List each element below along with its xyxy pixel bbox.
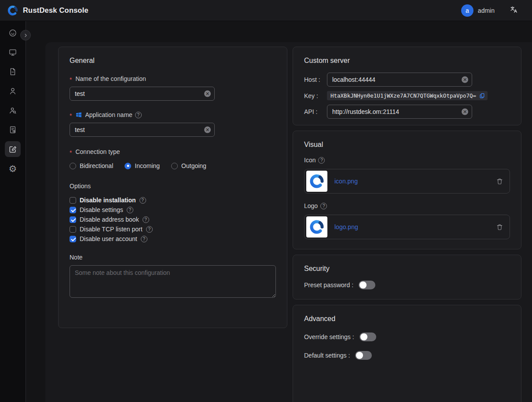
logo-file-link[interactable]: logo.png [334, 223, 358, 230]
document-search-icon [8, 125, 17, 134]
general-title: General [70, 57, 276, 65]
app-name-input[interactable] [70, 123, 215, 137]
preset-password-toggle[interactable] [359, 281, 375, 289]
security-title: Security [304, 265, 510, 273]
radio-dot[interactable] [125, 163, 131, 169]
advanced-panel: Advanced Override settings : Default set… [293, 305, 521, 402]
translate-icon[interactable] [510, 5, 518, 15]
copy-icon[interactable] [479, 92, 485, 99]
radio-outgoing[interactable]: Outgoing [171, 162, 206, 169]
sidebar-item-users[interactable] [5, 83, 21, 99]
clear-input-icon[interactable]: ✕ [462, 77, 468, 83]
default-settings-toggle[interactable] [355, 351, 372, 360]
checkbox-disable-user-account[interactable]: Disable user account ? [70, 235, 276, 242]
visual-panel: Visual Icon ? icon.png [293, 131, 521, 249]
visual-title: Visual [304, 141, 510, 149]
api-label: API : [304, 108, 327, 115]
help-icon[interactable]: ? [143, 216, 149, 223]
checkbox-box[interactable] [70, 226, 76, 233]
preset-password-label: Preset password : [304, 281, 353, 289]
note-textarea[interactable] [70, 265, 276, 298]
trash-icon[interactable] [496, 223, 503, 231]
icon-file-link[interactable]: icon.png [334, 178, 358, 185]
sidebar-item-devices[interactable] [5, 44, 21, 60]
sidebar-item-custom-client[interactable] [5, 141, 21, 157]
radio-bidirectional[interactable]: Bidirectional [70, 162, 113, 169]
icon-upload-box: icon.png [304, 169, 510, 194]
options-list: Disable installation ? Disable settings … [70, 197, 276, 242]
document-icon [8, 67, 17, 76]
host-input[interactable] [327, 73, 472, 87]
radio-dot[interactable] [171, 163, 178, 169]
user-icon [8, 87, 17, 95]
advanced-title: Advanced [304, 315, 510, 323]
config-name-label: Name of the configuration [70, 75, 276, 82]
note-label: Note [70, 254, 276, 261]
default-settings-label: Default settings : [304, 352, 350, 359]
edit-icon [8, 145, 17, 153]
api-input[interactable] [327, 105, 472, 119]
checkbox-box[interactable] [70, 216, 76, 223]
sidebar-item-settings[interactable]: ⚙ [5, 161, 21, 176]
checkbox-disable-installation[interactable]: Disable installation ? [70, 197, 276, 204]
sidebar-expand-button[interactable] [20, 30, 31, 40]
custom-server-panel: Custom server Host : ✕ Key : HtaXBkJNHyn… [293, 47, 521, 125]
app-title: RustDesk Console [23, 6, 88, 15]
sidebar-item-dashboard[interactable] [5, 25, 21, 41]
checkbox-box[interactable] [70, 197, 76, 204]
radio-incoming[interactable]: Incoming [125, 162, 160, 169]
config-name-input[interactable] [70, 87, 215, 101]
user-search-icon [8, 106, 17, 115]
monitor-icon [8, 48, 17, 57]
windows-logo-icon [75, 111, 82, 118]
connection-type-group: Bidirectional Incoming Outgoing [70, 162, 276, 169]
help-icon[interactable]: ? [146, 226, 153, 233]
brand: RustDesk Console [7, 5, 88, 16]
rustdesk-logo-icon [7, 5, 18, 16]
help-icon[interactable]: ? [135, 112, 142, 118]
options-label: Options [70, 183, 276, 190]
app-name-label: Application name ? [70, 111, 276, 118]
security-panel: Security Preset password : [293, 255, 521, 300]
sidebar-item-documents[interactable] [5, 64, 21, 80]
custom-server-title: Custom server [304, 57, 510, 65]
override-settings-label: Override settings : [304, 333, 354, 340]
clear-input-icon[interactable]: ✕ [204, 91, 211, 97]
chevron-right-icon [23, 33, 28, 38]
checkbox-disable-settings[interactable]: Disable settings ? [70, 206, 276, 213]
help-icon[interactable]: ? [127, 207, 133, 213]
logo-upload-box: logo.png [304, 215, 510, 239]
sidebar-item-user-search[interactable] [5, 102, 21, 118]
sidebar: ⚙ [0, 21, 26, 402]
general-panel: General Name of the configuration ✕ Appl… [58, 47, 287, 328]
gear-icon: ⚙ [9, 164, 17, 173]
checkbox-box[interactable] [70, 207, 76, 213]
avatar[interactable]: a [461, 4, 473, 17]
main-content: General Name of the configuration ✕ Appl… [45, 42, 532, 402]
help-icon[interactable]: ? [320, 203, 327, 209]
checkbox-disable-tcp-listen-port[interactable]: Disable TCP listen port ? [70, 226, 276, 233]
app-header: RustDesk Console a admin [0, 0, 532, 21]
trash-icon[interactable] [496, 178, 503, 185]
help-icon[interactable]: ? [141, 236, 147, 242]
checkbox-disable-address-book[interactable]: Disable address book ? [70, 216, 276, 223]
logo-label: Logo ? [304, 202, 510, 209]
username[interactable]: admin [478, 7, 495, 14]
radio-dot[interactable] [70, 163, 76, 169]
help-icon[interactable]: ? [318, 157, 325, 164]
icon-label: Icon ? [304, 157, 510, 164]
icon-thumbnail [306, 171, 327, 192]
connection-type-label: Connection type [70, 148, 276, 155]
override-settings-toggle[interactable] [360, 333, 376, 341]
smiley-icon [8, 29, 17, 37]
clear-input-icon[interactable]: ✕ [462, 109, 468, 115]
checkbox-box[interactable] [70, 236, 76, 242]
help-icon[interactable]: ? [139, 197, 146, 204]
server-key-value: HtaXBkJNHyn0e1U1jWXze7A7CN7QTGWqxkOtpaVp… [327, 91, 488, 100]
clear-input-icon[interactable]: ✕ [204, 127, 211, 133]
logo-thumbnail [306, 216, 327, 238]
key-label: Key : [304, 92, 327, 99]
host-label: Host : [304, 76, 327, 83]
sidebar-item-audit[interactable] [5, 122, 21, 138]
